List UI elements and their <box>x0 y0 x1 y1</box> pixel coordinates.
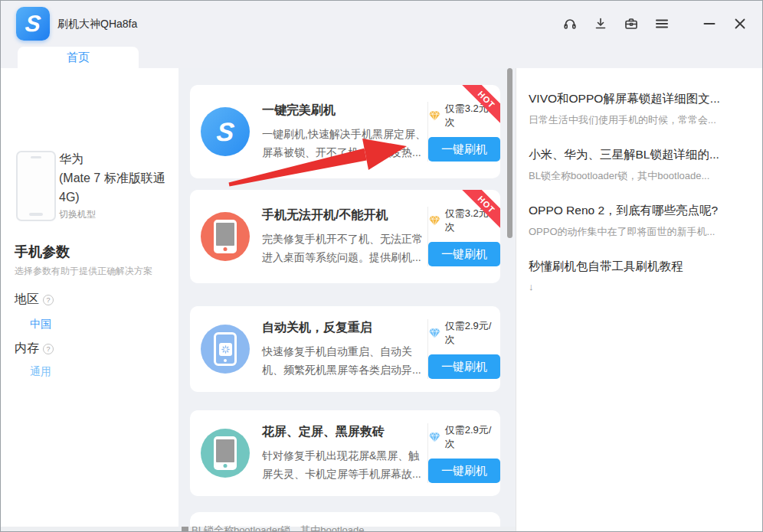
hot-badge: HOT <box>457 190 500 233</box>
price-row: 仅需2.9元/次 <box>428 423 500 451</box>
headset-icon <box>562 16 578 31</box>
region-value[interactable]: 中国 <box>30 318 51 331</box>
clipped-list-icon <box>182 527 188 532</box>
article-item[interactable]: VIVO和OPPO解屏幕锁超详细图文... 日常生活中我们使用手机的时候，常常会… <box>529 91 752 127</box>
clipped-bottom-text: BL锁全称bootloader锁，其中bootloade... <box>192 524 372 532</box>
card-title: 一键完美刷机 <box>262 103 427 119</box>
card-description: 针对修复手机出现花屏&黑屏、触屏失灵、卡机定屏等手机屏幕故... <box>262 446 427 483</box>
article-item[interactable]: OPPO Reno 2，到底有哪些亮点呢? OPPO的动作集中在了即将面世的新手… <box>529 203 752 239</box>
title-bar: S 刷机大神QHa8fa <box>1 1 762 47</box>
phone-restart-icon <box>201 325 250 374</box>
card-title: 花屏、定屏、黑屏救砖 <box>262 424 427 440</box>
phone-wont-boot-icon <box>201 212 250 261</box>
news-panel: VIVO和OPPO解屏幕锁超详细图文... 日常生活中我们使用手机的时候，常常会… <box>516 68 762 531</box>
customer-service-button[interactable] <box>560 14 580 34</box>
article-title[interactable]: 秒懂刷机包自带工具刷机教程 <box>529 259 752 275</box>
menu-icon <box>654 16 670 31</box>
main-menu-button[interactable] <box>652 14 672 34</box>
card-title: 手机无法开机/不能开机 <box>262 207 427 224</box>
diamond-icon <box>428 432 441 443</box>
app-logo-icon: S <box>16 7 50 41</box>
article-subtitle: ↓ <box>529 281 752 292</box>
card-description: 完美修复手机开不了机、无法正常进入桌面等系统问题。提供刷机... <box>262 230 427 266</box>
memory-help-icon[interactable]: ? <box>43 344 54 354</box>
phone-params-subtitle: 选择参数有助于提供正确解决方案 <box>15 265 172 278</box>
toolbox-button[interactable] <box>621 14 641 34</box>
one-key-flash-button[interactable]: 一键刷机 <box>428 137 500 162</box>
diamond-icon <box>428 110 441 122</box>
service-card-auto-restart: 自动关机，反复重启 快速修复手机自动重启、自动关机、频繁死机黑屏等各类启动异..… <box>190 306 500 392</box>
device-model: (Mate 7 标准版联通4G) <box>59 168 175 207</box>
one-key-flash-button[interactable]: 一键刷机 <box>428 354 500 379</box>
minimize-icon <box>702 16 717 31</box>
article-title[interactable]: OPPO Reno 2，到底有哪些亮点呢? <box>529 203 752 219</box>
minimize-button[interactable] <box>699 14 719 34</box>
download-icon <box>593 16 608 31</box>
close-icon <box>732 16 748 31</box>
phone-params-title: 手机参数 <box>15 243 70 261</box>
diamond-icon <box>428 215 441 227</box>
one-key-flash-button[interactable]: 一键刷机 <box>428 459 500 483</box>
switch-model-link[interactable]: 切换机型 <box>59 208 96 221</box>
one-key-flash-button[interactable]: 一键刷机 <box>428 242 500 266</box>
article-title[interactable]: 小米、华为、三星解BL锁超详细的... <box>529 147 752 163</box>
device-phone-image <box>16 151 56 221</box>
service-card-perfect-flash: S 一键完美刷机 一键刷机,快速解决手机黑屏定屏、屏幕被锁、开不了机、卡顿发热.… <box>190 85 500 178</box>
app-title: 刷机大神QHa8fa <box>57 18 137 31</box>
app-window: S 刷机大神QHa8fa <box>0 0 763 532</box>
flash-logo-icon: S <box>201 107 250 156</box>
toolbox-icon <box>624 16 639 31</box>
service-card-screen-brick: 花屏、定屏、黑屏救砖 针对修复手机出现花屏&黑屏、触屏失灵、卡机定屏等手机屏幕故… <box>190 410 500 496</box>
price-text: 仅需2.9元/次 <box>445 319 500 347</box>
memory-value[interactable]: 通用 <box>30 365 51 379</box>
card-description: 一键刷机,快速解决手机黑屏定屏、屏幕被锁、开不了机、卡顿发热... <box>262 125 427 162</box>
region-label: 地区 ? <box>15 292 54 308</box>
card-title: 自动关机，反复重启 <box>262 320 427 336</box>
tab-home[interactable]: 首页 <box>18 47 139 68</box>
article-item[interactable]: 小米、华为、三星解BL锁超详细的... BL锁全称bootloader锁，其中b… <box>529 147 752 183</box>
device-brand: 华为 <box>59 149 175 168</box>
article-title[interactable]: VIVO和OPPO解屏幕锁超详细图文... <box>529 91 752 107</box>
card-description: 快速修复手机自动重启、自动关机、频繁死机黑屏等各类启动异... <box>262 342 427 379</box>
service-list: S 一键完美刷机 一键刷机,快速解决手机黑屏定屏、屏幕被锁、开不了机、卡顿发热.… <box>178 68 516 531</box>
phone-screen-fix-icon <box>201 429 250 478</box>
spinner-icon <box>221 345 230 354</box>
sidebar: 华为 (Mate 7 标准版联通4G) 切换机型 手机参数 选择参数有助于提供正… <box>1 68 178 531</box>
hot-badge: HOT <box>457 85 500 128</box>
article-subtitle: 日常生活中我们使用手机的时候，常常会... <box>529 113 752 127</box>
region-help-icon[interactable]: ? <box>43 295 54 305</box>
article-subtitle: OPPO的动作集中在了即将面世的新手机... <box>529 225 752 239</box>
tab-bar: 首页 <box>1 47 762 68</box>
titlebar-buttons <box>560 1 750 47</box>
diamond-icon <box>428 328 441 339</box>
download-button[interactable] <box>591 14 611 34</box>
close-button[interactable] <box>730 14 750 34</box>
article-subtitle: BL锁全称bootloader锁，其中bootloade... <box>529 169 752 183</box>
vertical-scrollbar[interactable] <box>507 68 512 238</box>
service-card-wont-boot: 手机无法开机/不能开机 完美修复手机开不了机、无法正常进入桌面等系统问题。提供刷… <box>190 190 500 283</box>
article-item[interactable]: 秒懂刷机包自带工具刷机教程 ↓ <box>529 259 752 292</box>
price-text: 仅需2.9元/次 <box>445 423 500 451</box>
price-row: 仅需2.9元/次 <box>428 319 500 347</box>
memory-label: 内存 ? <box>15 341 54 357</box>
